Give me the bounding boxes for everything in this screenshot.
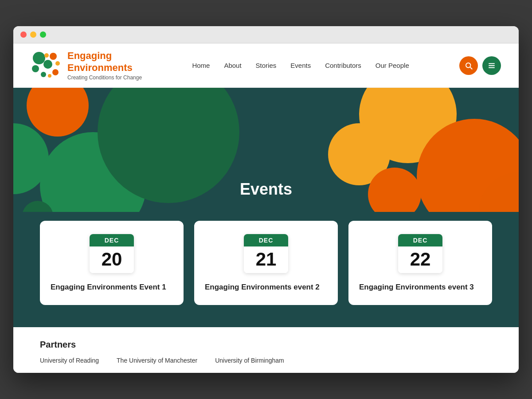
nav-events[interactable]: Events [290,62,311,69]
search-button[interactable] [459,56,478,75]
svg-point-15 [13,123,49,194]
event-month-2: DEC [244,234,288,246]
partner-2: The University of Manchester [117,357,197,364]
event-title-2: Engaging Environments event 2 [205,282,320,293]
svg-point-14 [27,88,89,137]
main-nav: Home About Stories Events Contributors O… [192,62,409,69]
svg-point-25 [479,172,519,212]
event-month-1: DEC [90,234,134,246]
svg-point-2 [32,65,39,72]
close-button[interactable] [20,31,27,38]
svg-point-5 [55,61,60,66]
svg-point-9 [466,63,471,68]
logo-icon [31,50,62,81]
hamburger-button[interactable] [482,56,501,75]
nav-home[interactable]: Home [192,62,210,69]
svg-point-17 [98,88,239,203]
nav-icons [459,56,501,75]
svg-point-19 [22,201,53,212]
svg-point-3 [41,72,46,77]
event-month-3: DEC [398,234,442,246]
logo-text: Engaging Environments Creating Condition… [67,50,142,81]
event-card-3[interactable]: DEC 22 Engaging Environments event 3 [348,221,492,305]
logo-title: Engaging Environments [67,50,142,74]
event-day-3: 22 [398,246,442,273]
event-card-2[interactable]: DEC 21 Engaging Environments event 2 [194,221,338,305]
partners-heading: Partners [40,340,492,350]
svg-point-7 [48,74,51,78]
hero-section: Events [13,88,519,212]
menu-icon [488,62,496,70]
svg-point-20 [328,123,390,185]
maximize-button[interactable] [40,31,46,38]
minimize-button[interactable] [30,31,36,38]
logo-subtitle: Creating Conditions for Change [67,74,142,81]
partners-list: University of Reading The University of … [40,357,492,364]
site-header: Engaging Environments Creating Condition… [13,43,519,88]
search-icon [465,62,473,70]
nav-about[interactable]: About [224,62,241,69]
partners-section: Partners University of Reading The Unive… [13,327,519,373]
event-title-3: Engaging Environments event 3 [359,282,474,293]
events-grid: DEC 20 Engaging Environments Event 1 DEC… [40,221,492,305]
browser-chrome [13,26,519,43]
svg-point-16 [40,132,146,212]
svg-point-6 [52,69,59,75]
event-day-2: 21 [244,246,288,273]
svg-point-0 [33,52,45,64]
partner-3: University of Birmingham [215,357,284,364]
nav-contributors[interactable]: Contributors [325,62,361,69]
svg-point-1 [43,60,52,69]
svg-point-24 [428,188,459,212]
event-card-1[interactable]: DEC 20 Engaging Environments Event 1 [40,221,184,305]
svg-line-10 [470,67,473,69]
event-calendar-3: DEC 22 [398,234,442,273]
nav-stories[interactable]: Stories [256,62,277,69]
logo[interactable]: Engaging Environments Creating Condition… [31,50,142,81]
events-section: DEC 20 Engaging Environments Event 1 DEC… [13,212,519,327]
event-calendar-2: DEC 21 [244,234,288,273]
svg-point-18 [27,203,89,212]
event-title-1: Engaging Environments Event 1 [51,282,166,293]
event-day-1: 20 [90,246,134,273]
svg-point-4 [50,53,57,60]
svg-point-23 [368,168,421,212]
event-calendar-1: DEC 20 [90,234,134,273]
nav-our-people[interactable]: Our People [376,62,409,69]
partner-1: University of Reading [40,357,99,364]
svg-point-21 [359,88,457,163]
svg-point-8 [44,53,49,58]
browser-window: Engaging Environments Creating Condition… [13,26,519,373]
svg-point-22 [417,119,519,212]
events-heading: Events [240,180,292,199]
